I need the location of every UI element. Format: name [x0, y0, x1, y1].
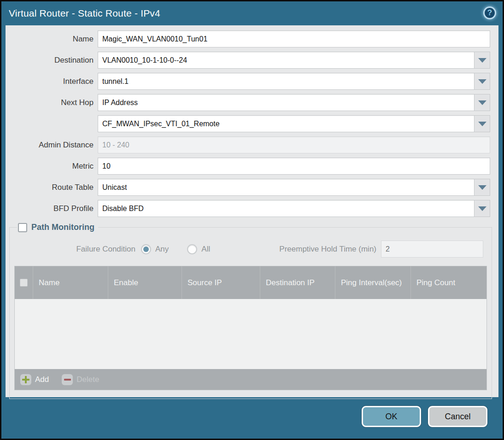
- next-hop-label: Next Hop: [6, 94, 98, 111]
- name-label: Name: [6, 30, 98, 47]
- cancel-button[interactable]: Cancel: [428, 406, 487, 427]
- admin-distance-label: Admin Distance: [6, 136, 98, 153]
- column-header-ping-interval[interactable]: Ping Interval(sec): [335, 266, 411, 299]
- add-button-label: Add: [35, 375, 49, 384]
- select-all-header-cell: [15, 266, 33, 299]
- column-header-source-ip[interactable]: Source IP: [182, 266, 260, 299]
- delete-button[interactable]: Delete: [62, 374, 99, 385]
- metric-row: Metric: [6, 158, 490, 175]
- destination-input[interactable]: [98, 52, 475, 69]
- column-header-name[interactable]: Name: [33, 266, 108, 299]
- path-monitoring-checkbox[interactable]: [18, 223, 27, 232]
- name-row: Name: [6, 30, 490, 47]
- metric-label: Metric: [6, 158, 98, 175]
- bfd-profile-dropdown-button[interactable]: [475, 200, 490, 217]
- path-monitoring-legend: Path Monitoring: [17, 223, 98, 232]
- help-icon[interactable]: ?: [483, 6, 496, 19]
- chevron-down-icon: [478, 206, 486, 211]
- chevron-down-icon: [478, 122, 486, 126]
- interface-input[interactable]: [98, 73, 475, 90]
- column-header-destination-ip[interactable]: Destination IP: [260, 266, 335, 299]
- path-monitoring-title: Path Monitoring: [31, 223, 94, 232]
- destination-dropdown-button[interactable]: [475, 52, 490, 69]
- failure-condition-any-label: Any: [155, 245, 169, 254]
- dialog-body: Name Destination Interface: [6, 25, 498, 397]
- next-hop-row: Next Hop: [6, 94, 490, 111]
- next-hop-address-input[interactable]: [98, 115, 475, 132]
- chevron-down-icon: [478, 185, 486, 190]
- column-header-ping-count[interactable]: Ping Count: [411, 266, 486, 299]
- delete-button-label: Delete: [76, 375, 99, 384]
- select-all-checkbox[interactable]: [20, 279, 28, 287]
- destination-label: Destination: [6, 52, 98, 69]
- failure-condition-all-label: All: [201, 245, 210, 254]
- failure-condition-all-radio[interactable]: [187, 244, 197, 254]
- delete-minus-icon: [62, 374, 73, 385]
- table-toolbar: Add Delete: [15, 369, 486, 390]
- route-table-input[interactable]: [98, 179, 475, 196]
- admin-distance-input[interactable]: [98, 136, 490, 153]
- title-bar: Virtual Router - Static Route - IPv4 ?: [1, 1, 503, 25]
- bfd-profile-row: BFD Profile: [6, 200, 490, 217]
- destination-row: Destination: [6, 52, 490, 69]
- interface-row: Interface: [6, 73, 490, 90]
- chevron-down-icon: [478, 58, 486, 63]
- path-monitoring-section: Path Monitoring Failure Condition Any Al…: [9, 223, 492, 399]
- path-monitoring-table: Name Enable Source IP Destination IP Pin…: [14, 266, 487, 390]
- route-table-label: Route Table: [6, 179, 98, 196]
- column-header-enable[interactable]: Enable: [108, 266, 182, 299]
- failure-condition-label: Failure Condition: [14, 245, 141, 254]
- interface-dropdown-button[interactable]: [475, 73, 490, 90]
- next-hop-address-dropdown-button[interactable]: [475, 115, 490, 132]
- bfd-profile-label: BFD Profile: [6, 200, 98, 217]
- admin-distance-row: Admin Distance: [6, 136, 490, 153]
- name-input[interactable]: [98, 30, 490, 47]
- ok-button[interactable]: OK: [362, 406, 421, 427]
- add-plus-icon: [20, 374, 31, 385]
- table-header-row: Name Enable Source IP Destination IP Pin…: [15, 266, 486, 299]
- add-button[interactable]: Add: [20, 374, 49, 385]
- chevron-down-icon: [478, 79, 486, 84]
- table-body-empty: [15, 299, 486, 369]
- interface-label: Interface: [6, 73, 98, 90]
- dialog-frame: Virtual Router - Static Route - IPv4 ? N…: [1, 1, 503, 439]
- metric-input[interactable]: [98, 158, 490, 175]
- next-hop-type-input[interactable]: [98, 94, 475, 111]
- failure-condition-row: Failure Condition Any All Preemptive Hol…: [14, 241, 487, 258]
- route-table-row: Route Table: [6, 179, 490, 196]
- next-hop-address-label: [6, 115, 98, 132]
- dialog-title: Virtual Router - Static Route - IPv4: [9, 8, 160, 19]
- preemptive-hold-time-input[interactable]: [381, 241, 483, 258]
- next-hop-address-row: [6, 115, 490, 132]
- chevron-down-icon: [478, 100, 486, 105]
- next-hop-dropdown-button[interactable]: [475, 94, 490, 111]
- preemptive-hold-time-label: Preemptive Hold Time (min): [279, 245, 381, 254]
- bfd-profile-input[interactable]: [98, 200, 475, 217]
- failure-condition-any-radio[interactable]: [141, 244, 151, 254]
- route-table-dropdown-button[interactable]: [475, 179, 490, 196]
